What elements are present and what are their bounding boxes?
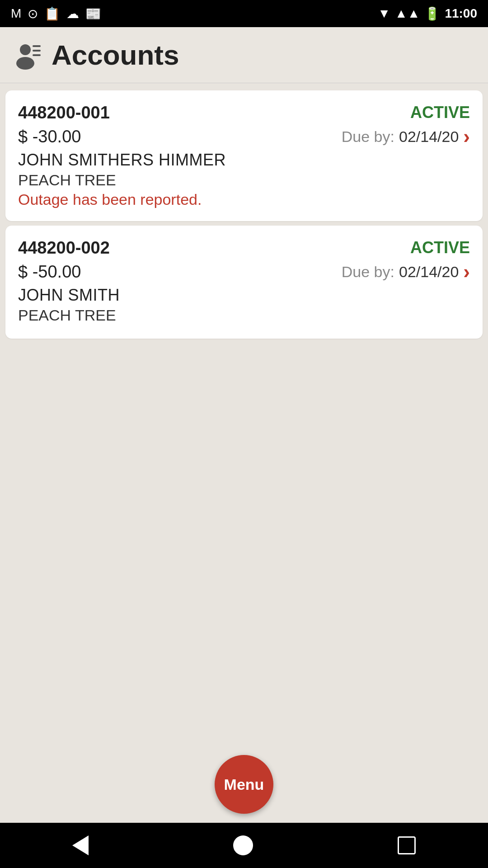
account-name-1: JOHN SMITHERS HIMMER (18, 151, 470, 170)
account-number-2: 448200-002 (18, 238, 110, 258)
svg-point-0 (20, 44, 31, 55)
card-2-top-row: 448200-002 ACTIVE (18, 238, 470, 258)
header: Accounts (0, 27, 488, 83)
account-balance-2: $ -50.00 (18, 262, 81, 282)
due-date-1: 02/14/20 (399, 128, 459, 146)
account-status-1: ACTIVE (410, 103, 470, 122)
due-date-2: 02/14/20 (399, 263, 459, 281)
home-icon (233, 835, 253, 855)
svg-rect-4 (33, 54, 41, 56)
gmail-icon: M (11, 6, 21, 21)
clock: 11:00 (445, 6, 477, 21)
signal-icon: ▲▲ (395, 6, 420, 21)
recent-button[interactable] (398, 836, 416, 854)
calendar-icon: 📰 (85, 6, 101, 21)
account-balance-1: $ -30.00 (18, 127, 81, 146)
due-right-2: Due by: 02/14/20 › (342, 260, 470, 283)
wifi-icon: ▼ (378, 6, 390, 21)
back-icon (72, 835, 89, 855)
status-bar: M ⊙ 📋 ☁ 📰 ▼ ▲▲ 🔋 11:00 (0, 0, 488, 27)
accounts-icon (13, 41, 42, 70)
back-button[interactable] (72, 835, 89, 855)
home-button[interactable] (233, 835, 253, 855)
page-title: Accounts (52, 39, 179, 71)
outage-notice-1: Outage has been reported. (18, 191, 470, 208)
account-status-2: ACTIVE (410, 238, 470, 257)
svg-rect-2 (33, 45, 41, 47)
status-bar-left: M ⊙ 📋 ☁ 📰 (11, 6, 101, 21)
recent-icon (398, 836, 416, 854)
card-1-mid-row: $ -30.00 Due by: 02/14/20 › (18, 125, 470, 148)
chevron-right-icon-1[interactable]: › (463, 125, 470, 148)
status-bar-right: ▼ ▲▲ 🔋 11:00 (378, 6, 477, 21)
due-label-2: Due by: (342, 263, 394, 281)
account-card-1[interactable]: 448200-001 ACTIVE $ -30.00 Due by: 02/14… (5, 90, 483, 221)
account-location-2: PEACH TREE (18, 307, 470, 324)
svg-point-1 (16, 57, 34, 70)
svg-rect-3 (33, 50, 41, 52)
account-card-2[interactable]: 448200-002 ACTIVE $ -50.00 Due by: 02/14… (5, 226, 483, 339)
account-name-2: JOHN SMITH (18, 286, 470, 305)
account-location-1: PEACH TREE (18, 171, 470, 189)
clipboard-icon: 📋 (44, 6, 60, 21)
account-number-1: 448200-001 (18, 103, 110, 123)
accounts-list: 448200-001 ACTIVE $ -30.00 Due by: 02/14… (0, 83, 488, 868)
chevron-right-icon-2[interactable]: › (463, 260, 470, 283)
due-label-1: Due by: (342, 128, 394, 146)
card-1-top-row: 448200-001 ACTIVE (18, 103, 470, 123)
menu-button[interactable]: Menu (215, 755, 273, 814)
battery-icon: 🔋 (424, 6, 440, 21)
bottom-nav-bar (0, 823, 488, 868)
cloud-icon: ☁ (66, 6, 79, 21)
card-2-mid-row: $ -50.00 Due by: 02/14/20 › (18, 260, 470, 283)
due-right-1: Due by: 02/14/20 › (342, 125, 470, 148)
record-icon: ⊙ (28, 6, 38, 21)
